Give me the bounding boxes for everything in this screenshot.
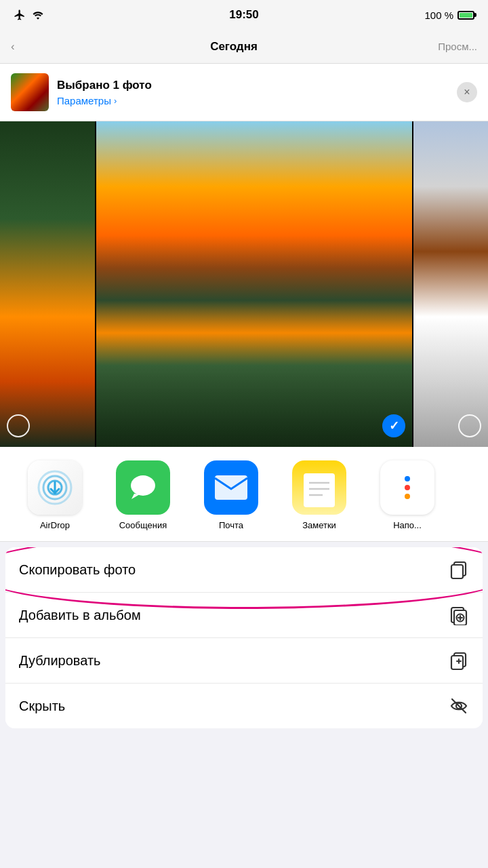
action-add-album[interactable]: Добавить в альбом [5, 593, 483, 638]
mail-symbol [214, 474, 249, 501]
nav-right-button[interactable]: Просм... [436, 41, 477, 52]
action-hide[interactable]: Скрыть [5, 684, 483, 728]
photo-select-3[interactable] [458, 414, 481, 437]
share-title: Выбрано 1 фото [57, 79, 457, 92]
duplicate-label: Дублировать [19, 653, 101, 669]
back-button[interactable]: ‹ [11, 40, 31, 54]
photo-item-3[interactable] [413, 121, 488, 447]
app-notes[interactable]: Заметки [275, 460, 363, 530]
messages-icon-container [116, 460, 170, 515]
airdrop-icon-container [28, 460, 82, 515]
share-info: Выбрано 1 фото Параметры › [57, 79, 457, 106]
notes-label: Заметки [302, 520, 336, 530]
action-list: Скопировать фото Добавить в альбом Дубли… [5, 547, 483, 728]
more-dots [405, 476, 410, 499]
apps-row: AirDrop Сообщения Почта [0, 447, 488, 542]
wifi-icon [31, 9, 45, 20]
status-left [14, 9, 45, 21]
app-airdrop[interactable]: AirDrop [11, 460, 99, 530]
share-sheet: AirDrop Сообщения Почта [0, 447, 488, 728]
share-params-button[interactable]: Параметры › [57, 95, 457, 106]
share-close-button[interactable]: × [457, 82, 477, 102]
messages-label: Сообщения [119, 520, 167, 530]
airplane-icon [14, 9, 26, 21]
hide-label: Скрыть [19, 698, 65, 714]
svg-line-25 [452, 699, 466, 713]
svg-rect-14 [451, 565, 463, 578]
action-copy-photo[interactable]: Скопировать фото [5, 547, 483, 593]
svg-rect-8 [215, 475, 247, 500]
share-header: Выбрано 1 фото Параметры › × [0, 64, 488, 121]
svg-marker-7 [131, 494, 140, 499]
nav-bar: ‹ Сегодня Просм... [0, 30, 488, 64]
photo-item-2[interactable] [95, 121, 413, 447]
more-dot-red [405, 485, 410, 490]
photo-item-1[interactable] [0, 121, 95, 447]
messages-symbol [126, 471, 160, 505]
app-messages[interactable]: Сообщения [99, 460, 187, 530]
more-dot-blue [405, 476, 410, 481]
nav-title: Сегодня [210, 40, 258, 54]
action-duplicate[interactable]: Дублировать [5, 638, 483, 684]
notes-icon-container [292, 460, 346, 515]
status-right: 100 % [424, 9, 474, 21]
battery-icon [458, 11, 474, 20]
chevron-right-icon: › [114, 96, 117, 106]
status-time: 19:50 [229, 8, 258, 22]
copy-photo-label: Скопировать фото [19, 562, 136, 578]
mail-label: Почта [219, 520, 243, 530]
add-album-icon [449, 605, 469, 625]
status-bar: 19:50 100 % [0, 0, 488, 30]
photo-select-2[interactable] [382, 414, 405, 437]
duplicate-icon [449, 650, 469, 671]
more-label: Напо... [393, 520, 422, 530]
mail-icon-container [204, 460, 258, 515]
svg-point-6 [131, 475, 155, 496]
hide-icon [449, 696, 469, 716]
notes-symbol [301, 467, 338, 509]
more-dot-orange [405, 494, 410, 499]
more-icon-container [380, 460, 434, 515]
svg-rect-9 [304, 473, 335, 507]
app-more[interactable]: Напо... [363, 460, 451, 530]
app-mail[interactable]: Почта [187, 460, 275, 530]
battery-text: 100 % [424, 9, 453, 21]
photo-select-1[interactable] [7, 414, 30, 437]
share-thumbnail [11, 73, 49, 111]
photo-grid [0, 121, 488, 447]
add-album-label: Добавить в альбом [19, 608, 141, 623]
copy-icon [449, 559, 469, 580]
airdrop-label: AirDrop [40, 520, 70, 530]
svg-rect-21 [451, 656, 463, 669]
airdrop-symbol [37, 470, 73, 505]
